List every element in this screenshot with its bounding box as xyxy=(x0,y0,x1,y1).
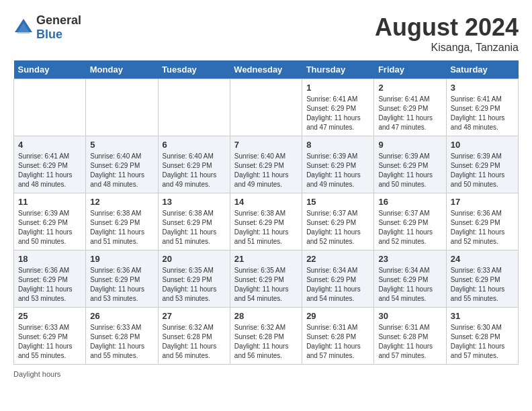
calendar-cell: 14Sunrise: 6:38 AM Sunset: 6:29 PM Dayli… xyxy=(230,193,302,250)
calendar-cell: 19Sunrise: 6:36 AM Sunset: 6:29 PM Dayli… xyxy=(86,250,158,308)
calendar-cell: 27Sunrise: 6:32 AM Sunset: 6:28 PM Dayli… xyxy=(158,308,230,365)
calendar-cell: 24Sunrise: 6:33 AM Sunset: 6:29 PM Dayli… xyxy=(446,250,518,308)
logo-blue-text: Blue xyxy=(36,28,62,41)
day-info: Sunrise: 6:40 AM Sunset: 6:29 PM Dayligh… xyxy=(234,152,298,189)
day-info: Sunrise: 6:36 AM Sunset: 6:29 PM Dayligh… xyxy=(90,266,153,304)
day-number: 6 xyxy=(163,140,226,150)
logo: General Blue xyxy=(13,13,81,42)
day-number: 5 xyxy=(90,140,153,150)
day-number: 23 xyxy=(378,254,441,264)
day-number: 7 xyxy=(234,140,298,150)
logo-general-text: General xyxy=(36,13,81,27)
calendar-week-row: 11Sunrise: 6:39 AM Sunset: 6:29 PM Dayli… xyxy=(14,193,519,250)
day-number: 27 xyxy=(163,311,226,321)
calendar-cell: 15Sunrise: 6:37 AM Sunset: 6:29 PM Dayli… xyxy=(302,193,374,250)
day-info: Sunrise: 6:33 AM Sunset: 6:29 PM Dayligh… xyxy=(451,266,514,304)
calendar-table: SundayMondayTuesdayWednesdayThursdayFrid… xyxy=(13,60,519,365)
day-info: Sunrise: 6:31 AM Sunset: 6:28 PM Dayligh… xyxy=(378,323,441,361)
day-info: Sunrise: 6:41 AM Sunset: 6:29 PM Dayligh… xyxy=(378,95,441,132)
day-number: 19 xyxy=(90,254,153,264)
calendar-week-row: 1Sunrise: 6:41 AM Sunset: 6:29 PM Daylig… xyxy=(14,79,519,136)
day-info: Sunrise: 6:36 AM Sunset: 6:29 PM Dayligh… xyxy=(451,209,514,246)
day-number: 20 xyxy=(163,254,226,264)
day-info: Sunrise: 6:33 AM Sunset: 6:28 PM Dayligh… xyxy=(90,323,153,361)
day-number: 2 xyxy=(378,83,441,93)
day-number: 22 xyxy=(306,254,369,264)
calendar-header-row: SundayMondayTuesdayWednesdayThursdayFrid… xyxy=(14,60,519,79)
day-number: 15 xyxy=(306,197,369,207)
day-info: Sunrise: 6:32 AM Sunset: 6:28 PM Dayligh… xyxy=(234,323,298,361)
calendar-week-row: 25Sunrise: 6:33 AM Sunset: 6:29 PM Dayli… xyxy=(14,308,519,365)
day-number: 1 xyxy=(306,83,369,93)
day-number: 31 xyxy=(451,311,514,321)
calendar-cell: 5Sunrise: 6:40 AM Sunset: 6:29 PM Daylig… xyxy=(86,136,158,193)
day-info: Sunrise: 6:31 AM Sunset: 6:28 PM Dayligh… xyxy=(306,323,369,361)
calendar-cell: 7Sunrise: 6:40 AM Sunset: 6:29 PM Daylig… xyxy=(230,136,302,193)
calendar-cell: 28Sunrise: 6:32 AM Sunset: 6:28 PM Dayli… xyxy=(230,308,302,365)
day-info: Sunrise: 6:38 AM Sunset: 6:29 PM Dayligh… xyxy=(234,209,298,246)
day-info: Sunrise: 6:34 AM Sunset: 6:29 PM Dayligh… xyxy=(306,266,369,304)
day-info: Sunrise: 6:39 AM Sunset: 6:29 PM Dayligh… xyxy=(451,152,514,189)
calendar-cell xyxy=(14,79,86,136)
day-number: 9 xyxy=(378,140,441,150)
calendar-cell: 12Sunrise: 6:38 AM Sunset: 6:29 PM Dayli… xyxy=(86,193,158,250)
calendar-cell xyxy=(230,79,302,136)
day-info: Sunrise: 6:35 AM Sunset: 6:29 PM Dayligh… xyxy=(163,266,226,304)
calendar-cell xyxy=(86,79,158,136)
day-number: 3 xyxy=(451,83,514,93)
day-number: 26 xyxy=(90,311,153,321)
day-info: Sunrise: 6:38 AM Sunset: 6:29 PM Dayligh… xyxy=(163,209,226,246)
calendar-day-header: Friday xyxy=(374,60,446,79)
day-info: Sunrise: 6:33 AM Sunset: 6:29 PM Dayligh… xyxy=(18,323,81,361)
day-number: 4 xyxy=(18,140,81,150)
footer: Daylight hours xyxy=(13,370,519,378)
day-number: 12 xyxy=(90,197,153,207)
calendar-cell xyxy=(158,79,230,136)
calendar-cell: 21Sunrise: 6:35 AM Sunset: 6:29 PM Dayli… xyxy=(230,250,302,308)
day-number: 28 xyxy=(234,311,298,321)
month-year-title: August 2024 xyxy=(375,13,519,42)
day-info: Sunrise: 6:41 AM Sunset: 6:29 PM Dayligh… xyxy=(306,95,369,132)
title-area: August 2024 Kisanga, Tanzania xyxy=(375,13,519,54)
calendar-cell: 2Sunrise: 6:41 AM Sunset: 6:29 PM Daylig… xyxy=(374,79,446,136)
day-info: Sunrise: 6:41 AM Sunset: 6:29 PM Dayligh… xyxy=(451,95,514,132)
calendar-cell: 9Sunrise: 6:39 AM Sunset: 6:29 PM Daylig… xyxy=(374,136,446,193)
calendar-cell: 25Sunrise: 6:33 AM Sunset: 6:29 PM Dayli… xyxy=(14,308,86,365)
day-info: Sunrise: 6:40 AM Sunset: 6:29 PM Dayligh… xyxy=(90,152,153,189)
day-number: 11 xyxy=(18,197,81,207)
day-info: Sunrise: 6:30 AM Sunset: 6:28 PM Dayligh… xyxy=(451,323,514,361)
day-number: 13 xyxy=(163,197,226,207)
day-info: Sunrise: 6:37 AM Sunset: 6:29 PM Dayligh… xyxy=(378,209,441,246)
day-number: 25 xyxy=(18,311,81,321)
calendar-cell: 4Sunrise: 6:41 AM Sunset: 6:29 PM Daylig… xyxy=(14,136,86,193)
day-info: Sunrise: 6:39 AM Sunset: 6:29 PM Dayligh… xyxy=(18,209,81,246)
day-number: 29 xyxy=(306,311,369,321)
calendar-day-header: Monday xyxy=(86,60,158,79)
calendar-cell: 11Sunrise: 6:39 AM Sunset: 6:29 PM Dayli… xyxy=(14,193,86,250)
day-info: Sunrise: 6:40 AM Sunset: 6:29 PM Dayligh… xyxy=(163,152,226,189)
day-number: 30 xyxy=(378,311,441,321)
calendar-cell: 1Sunrise: 6:41 AM Sunset: 6:29 PM Daylig… xyxy=(302,79,374,136)
day-info: Sunrise: 6:36 AM Sunset: 6:29 PM Dayligh… xyxy=(18,266,81,304)
calendar-day-header: Saturday xyxy=(446,60,518,79)
day-info: Sunrise: 6:39 AM Sunset: 6:29 PM Dayligh… xyxy=(306,152,369,189)
day-number: 18 xyxy=(18,254,81,264)
calendar-day-header: Thursday xyxy=(302,60,374,79)
calendar-day-header: Wednesday xyxy=(230,60,302,79)
logo-icon xyxy=(13,17,34,38)
day-number: 21 xyxy=(234,254,298,264)
calendar-day-header: Sunday xyxy=(14,60,86,79)
day-info: Sunrise: 6:35 AM Sunset: 6:29 PM Dayligh… xyxy=(234,266,298,304)
day-info: Sunrise: 6:32 AM Sunset: 6:28 PM Dayligh… xyxy=(163,323,226,361)
calendar-cell: 29Sunrise: 6:31 AM Sunset: 6:28 PM Dayli… xyxy=(302,308,374,365)
day-number: 16 xyxy=(378,197,441,207)
calendar-cell: 23Sunrise: 6:34 AM Sunset: 6:29 PM Dayli… xyxy=(374,250,446,308)
calendar-cell: 6Sunrise: 6:40 AM Sunset: 6:29 PM Daylig… xyxy=(158,136,230,193)
calendar-cell: 3Sunrise: 6:41 AM Sunset: 6:29 PM Daylig… xyxy=(446,79,518,136)
day-info: Sunrise: 6:39 AM Sunset: 6:29 PM Dayligh… xyxy=(378,152,441,189)
day-number: 24 xyxy=(451,254,514,264)
location-subtitle: Kisanga, Tanzania xyxy=(375,42,519,54)
day-info: Sunrise: 6:34 AM Sunset: 6:29 PM Dayligh… xyxy=(378,266,441,304)
calendar-cell: 26Sunrise: 6:33 AM Sunset: 6:28 PM Dayli… xyxy=(86,308,158,365)
calendar-cell: 22Sunrise: 6:34 AM Sunset: 6:29 PM Dayli… xyxy=(302,250,374,308)
